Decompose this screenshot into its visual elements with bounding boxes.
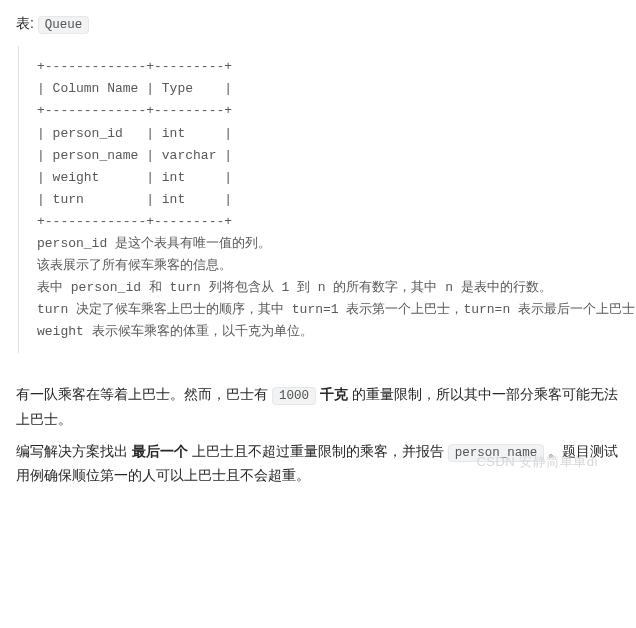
p2-text-a: 编写解决方案找出 xyxy=(16,443,132,459)
table-name-code: Queue xyxy=(38,16,90,34)
table-intro: 表: Queue xyxy=(16,12,620,36)
p2-bold: 最后一个 xyxy=(132,443,188,459)
p1-text-a: 有一队乘客在等着上巴士。然而，巴士有 xyxy=(16,386,272,402)
p1-bold: 千克 xyxy=(320,386,348,402)
schema-block: +-------------+---------+ | Column Name … xyxy=(18,46,620,353)
p2-code: person_name xyxy=(448,444,545,462)
p2-text-b: 上巴士且不超过重量限制的乘客，并报告 xyxy=(188,443,448,459)
table-prefix: 表: xyxy=(16,15,38,31)
paragraph-1: 有一队乘客在等着上巴士。然而，巴士有 1000 千克 的重量限制，所以其中一部分… xyxy=(16,383,620,431)
p1-code: 1000 xyxy=(272,387,316,405)
paragraph-2: 编写解决方案找出 最后一个 上巴士且不超过重量限制的乘客，并报告 person_… xyxy=(16,440,620,488)
